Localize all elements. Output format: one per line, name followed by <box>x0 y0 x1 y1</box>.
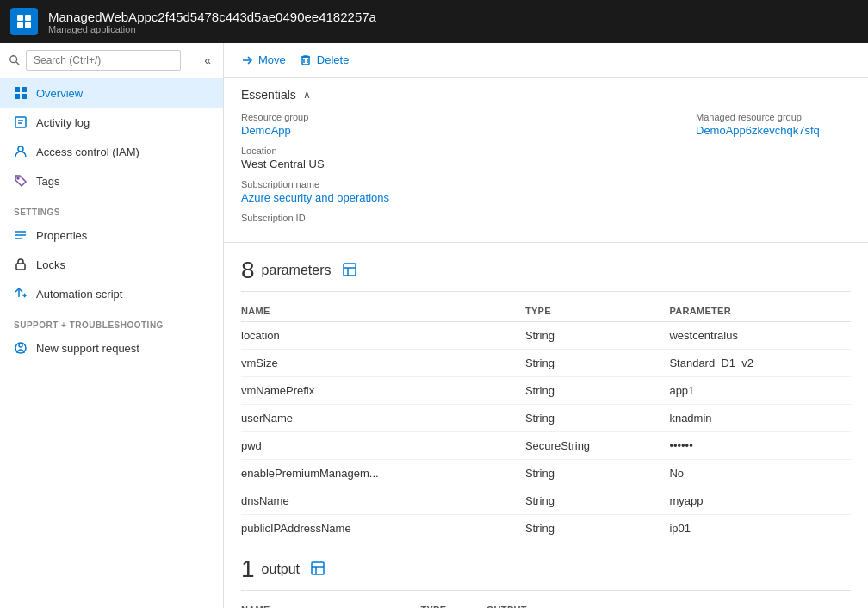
sidebar-overview-label: Overview <box>36 87 83 100</box>
svg-point-4 <box>10 56 17 63</box>
svg-rect-0 <box>17 15 23 21</box>
parameters-link-icon[interactable] <box>342 262 357 280</box>
table-row: pwd SecureString •••••• <box>241 432 851 460</box>
resource-group-label: Resource group <box>241 112 679 122</box>
svg-line-5 <box>16 62 20 65</box>
output-col-type: TYPE <box>420 599 486 608</box>
overview-icon <box>14 86 28 100</box>
param-type-cell: String <box>525 377 669 405</box>
resource-group-link[interactable]: DemoApp <box>241 124 291 137</box>
svg-rect-18 <box>16 264 25 270</box>
param-type-cell: String <box>525 322 669 350</box>
output-col-name: NAME <box>241 599 420 608</box>
param-value-cell: myapp <box>669 487 851 515</box>
output-title: 1 output <box>241 555 851 591</box>
sidebar-item-access-control[interactable]: Access control (IAM) <box>0 137 223 166</box>
param-value-cell: ip01 <box>669 515 851 543</box>
support-section-label: SUPPORT + TROUBLESHOOTING <box>0 308 223 333</box>
table-row: userName String knadmin <box>241 405 851 432</box>
param-type-cell: String <box>525 350 669 377</box>
activity-log-icon <box>14 115 28 129</box>
param-type-cell: String <box>525 515 669 543</box>
param-col-name: NAME <box>241 301 525 322</box>
table-row: publicIPAddressName String ip01 <box>241 515 851 543</box>
essentials-header: Essentials ∧ <box>241 88 851 102</box>
app-icon <box>10 8 38 35</box>
param-col-parameter: PARAMETER <box>669 301 851 322</box>
parameters-count: 8 <box>241 257 255 284</box>
support-icon <box>14 341 28 355</box>
subscription-id-row: Subscription ID <box>241 213 679 223</box>
automation-icon <box>14 287 28 301</box>
param-name-cell: dnsName <box>241 487 525 515</box>
sidebar-item-properties[interactable]: Properties <box>0 220 223 250</box>
subscription-name-row: Subscription name Azure security and ope… <box>241 179 679 204</box>
sidebar-item-tags[interactable]: Tags <box>0 166 223 195</box>
output-col-output: OUTPUT <box>487 599 851 608</box>
svg-rect-9 <box>22 94 27 99</box>
sidebar-properties-label: Properties <box>36 229 87 242</box>
svg-rect-25 <box>344 264 356 276</box>
param-type-cell: SecureString <box>525 432 669 460</box>
sidebar-search-bar: « <box>0 43 223 78</box>
svg-point-13 <box>18 146 23 152</box>
app-title-block: ManagedWebAppc2f45d5478c443d5ae0490ee418… <box>48 9 376 34</box>
param-name-cell: publicIPAddressName <box>241 515 525 543</box>
search-input[interactable] <box>26 50 181 71</box>
resource-group-value: DemoApp <box>241 124 679 137</box>
essentials-title: Essentials <box>241 88 296 102</box>
subscription-name-link[interactable]: Azure security and operations <box>241 191 389 204</box>
parameters-section: 8 parameters NAME TYPE PARAMETER <box>224 243 868 542</box>
sidebar-item-locks[interactable]: Locks <box>0 250 223 279</box>
table-row: dnsName String myapp <box>241 487 851 515</box>
properties-icon <box>14 228 28 242</box>
output-label: output <box>262 561 300 577</box>
param-name-cell: vmSize <box>241 350 525 377</box>
managed-resource-group-link[interactable]: DemoApp6zkevchqk7sfq <box>696 124 820 137</box>
sidebar-item-overview[interactable]: Overview <box>0 78 223 108</box>
essentials-left-col: Resource group DemoApp Location West Cen… <box>241 112 679 232</box>
managed-resource-group-row: Managed resource group DemoApp6zkevchqk7… <box>696 112 851 137</box>
search-icon <box>9 54 21 66</box>
svg-rect-1 <box>25 15 31 21</box>
table-row: vmNamePrefix String app1 <box>241 377 851 405</box>
svg-rect-7 <box>22 87 27 92</box>
sidebar-tags-label: Tags <box>36 175 59 188</box>
delete-icon <box>300 54 312 66</box>
location-row: Location West Central US <box>241 146 679 171</box>
svg-rect-28 <box>312 562 324 574</box>
main-content: Move Delete Essentials ∧ <box>224 43 868 608</box>
essentials-chevron[interactable]: ∧ <box>303 89 311 101</box>
svg-rect-10 <box>16 117 26 127</box>
subscription-name-label: Subscription name <box>241 179 679 189</box>
subscription-name-value: Azure security and operations <box>241 191 679 204</box>
param-type-cell: String <box>525 405 669 432</box>
param-name-cell: userName <box>241 405 525 432</box>
svg-rect-6 <box>15 87 20 92</box>
delete-button[interactable]: Delete <box>300 50 350 70</box>
output-table: NAME TYPE OUTPUT applicationEndpoint Str… <box>241 599 851 608</box>
sidebar-activity-label: Activity log <box>36 116 90 129</box>
sidebar: « Overview Activity log <box>0 43 224 608</box>
table-row: enablePremiumManagem... String No <box>241 460 851 487</box>
settings-section-label: SETTINGS <box>0 195 223 220</box>
svg-rect-2 <box>17 22 23 28</box>
output-link-icon[interactable] <box>310 561 326 579</box>
essentials-grid: Resource group DemoApp Location West Cen… <box>241 112 851 232</box>
sidebar-item-activity-log[interactable]: Activity log <box>0 108 223 137</box>
sidebar-support-label: New support request <box>36 342 140 355</box>
collapse-button[interactable]: « <box>201 52 214 69</box>
sidebar-item-automation[interactable]: Automation script <box>0 279 223 308</box>
sidebar-item-support[interactable]: New support request <box>0 333 223 363</box>
managed-resource-group-label: Managed resource group <box>696 112 851 122</box>
svg-point-14 <box>17 177 19 179</box>
resource-group-row: Resource group DemoApp <box>241 112 679 137</box>
toolbar: Move Delete <box>224 43 868 78</box>
move-button[interactable]: Move <box>241 50 286 70</box>
svg-point-20 <box>19 344 22 347</box>
sidebar-locks-label: Locks <box>36 258 65 271</box>
app-subtitle: Managed application <box>48 24 376 34</box>
param-value-cell: westcentralus <box>669 322 851 350</box>
output-count: 1 <box>241 555 255 583</box>
param-col-type: TYPE <box>525 301 669 322</box>
